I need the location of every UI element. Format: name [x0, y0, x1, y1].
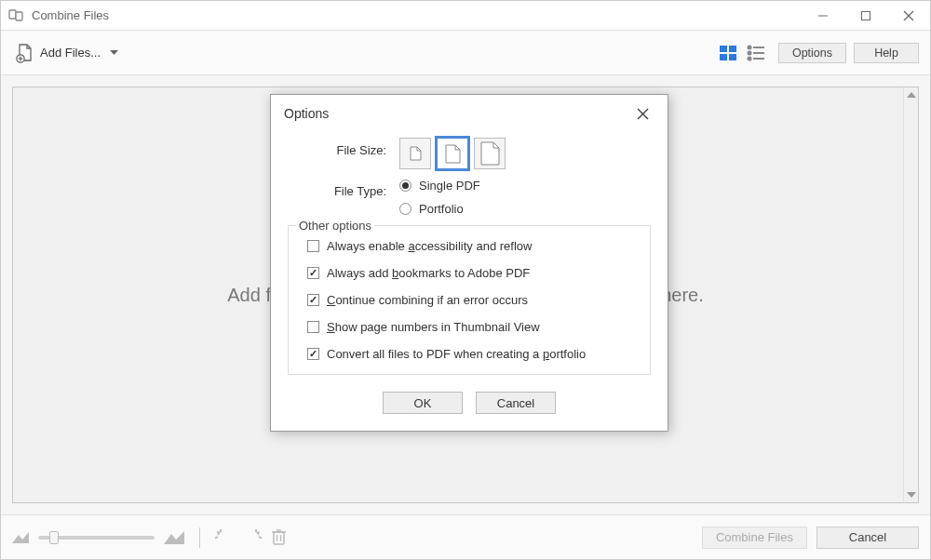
ok-button[interactable]: OK	[383, 392, 463, 414]
zoom-out-icon[interactable]	[12, 532, 29, 543]
scrollbar[interactable]	[903, 87, 918, 502]
scroll-down-icon[interactable]	[907, 487, 916, 502]
add-files-label: Add Files...	[40, 46, 101, 60]
cancel-button[interactable]: Cancel	[816, 527, 919, 549]
zoom-in-icon[interactable]	[164, 531, 184, 544]
caret-down-icon	[110, 50, 118, 56]
checkbox-icon	[307, 240, 319, 252]
svg-point-15	[748, 51, 750, 54]
file-size-large[interactable]	[474, 138, 506, 169]
dialog-body: File Size: File Type: Single PDF P	[271, 132, 668, 431]
check-continue[interactable]: Continue combining if an error occurs	[307, 293, 637, 307]
options-dialog: Options File Size: File Type: Si	[270, 94, 668, 432]
add-file-icon	[16, 43, 34, 63]
svg-rect-12	[729, 54, 736, 60]
radio-single-pdf[interactable]: Single PDF	[399, 179, 480, 193]
check-label: Continue combining if an error occurs	[327, 293, 528, 307]
svg-rect-10	[729, 46, 736, 52]
svg-rect-3	[862, 11, 870, 20]
combine-files-button[interactable]: Combine Files	[702, 527, 807, 549]
app-icon	[8, 7, 25, 24]
checkbox-icon	[307, 348, 319, 360]
bottom-tools	[12, 527, 287, 548]
divider	[199, 527, 200, 548]
toolbar: Add Files... Options Help	[1, 31, 930, 75]
checkbox-icon	[307, 294, 319, 306]
undo-icon[interactable]	[215, 529, 234, 546]
zoom-slider-thumb[interactable]	[49, 531, 59, 544]
trash-icon[interactable]	[271, 528, 287, 546]
dialog-titlebar: Options	[271, 95, 668, 132]
check-accessibility[interactable]: Always enable accessibility and reflow	[307, 239, 637, 253]
svg-point-13	[748, 46, 750, 48]
radio-label: Portfolio	[419, 202, 464, 216]
check-label: Always enable accessibility and reflow	[327, 239, 532, 253]
svg-rect-9	[720, 46, 727, 52]
minimize-button[interactable]	[802, 1, 844, 31]
check-label: Always add bookmarks to Adobe PDF	[327, 266, 530, 280]
help-button[interactable]: Help	[854, 43, 919, 63]
file-size-label: File Size:	[288, 138, 399, 157]
file-size-medium[interactable]	[437, 138, 468, 169]
file-size-row: File Size:	[288, 138, 651, 169]
view-mode-group	[719, 45, 765, 61]
svg-rect-1	[16, 12, 22, 20]
other-options-group: Other options Always enable accessibilit…	[288, 225, 651, 375]
bottom-actions: Combine Files Cancel	[702, 527, 919, 549]
radio-icon	[399, 180, 412, 192]
titlebar: Combine Files	[1, 1, 930, 31]
toolbar-right: Options Help	[719, 43, 919, 63]
zoom-slider[interactable]	[38, 536, 155, 540]
titlebar-left: Combine Files	[1, 7, 109, 24]
checkbox-icon	[307, 267, 319, 279]
thumbnail-view-icon[interactable]	[719, 45, 737, 61]
window-title: Combine Files	[32, 8, 109, 22]
radio-label: Single PDF	[419, 179, 480, 193]
dialog-title: Options	[284, 106, 329, 121]
list-view-icon[interactable]	[747, 45, 765, 61]
file-type-row: File Type: Single PDF Portfolio	[288, 179, 651, 216]
check-bookmarks[interactable]: Always add bookmarks to Adobe PDF	[307, 266, 637, 280]
other-options-legend: Other options	[296, 219, 374, 233]
redo-icon[interactable]	[243, 529, 262, 546]
check-label: Show page numbers in Thumbnail View	[327, 320, 540, 334]
dialog-close-button[interactable]	[630, 101, 654, 126]
window: Combine Files Add Files...	[0, 0, 931, 560]
svg-rect-0	[9, 10, 16, 19]
radio-icon	[399, 203, 412, 215]
svg-point-17	[748, 57, 750, 60]
maximize-button[interactable]	[844, 1, 887, 31]
file-size-group	[399, 138, 506, 169]
bottombar: Combine Files Cancel	[1, 514, 930, 559]
radio-portfolio[interactable]: Portfolio	[399, 202, 480, 216]
dialog-cancel-button[interactable]: Cancel	[476, 392, 556, 414]
file-type-label: File Type:	[288, 179, 399, 198]
svg-rect-19	[274, 532, 284, 544]
toolbar-left: Add Files...	[12, 40, 122, 66]
dialog-buttons: OK Cancel	[288, 392, 651, 414]
svg-rect-11	[720, 54, 727, 60]
check-convert-portfolio[interactable]: Convert all files to PDF when creating a…	[307, 347, 637, 361]
file-size-small[interactable]	[399, 138, 431, 169]
close-button[interactable]	[887, 1, 930, 31]
checkbox-icon	[307, 321, 319, 333]
add-files-dropdown[interactable]: Add Files...	[12, 40, 122, 66]
window-controls	[802, 1, 930, 31]
scroll-up-icon[interactable]	[907, 87, 916, 102]
check-label: Convert all files to PDF when creating a…	[327, 347, 586, 361]
options-button[interactable]: Options	[778, 43, 846, 63]
file-type-group: Single PDF Portfolio	[399, 179, 480, 216]
check-page-numbers[interactable]: Show page numbers in Thumbnail View	[307, 320, 637, 334]
